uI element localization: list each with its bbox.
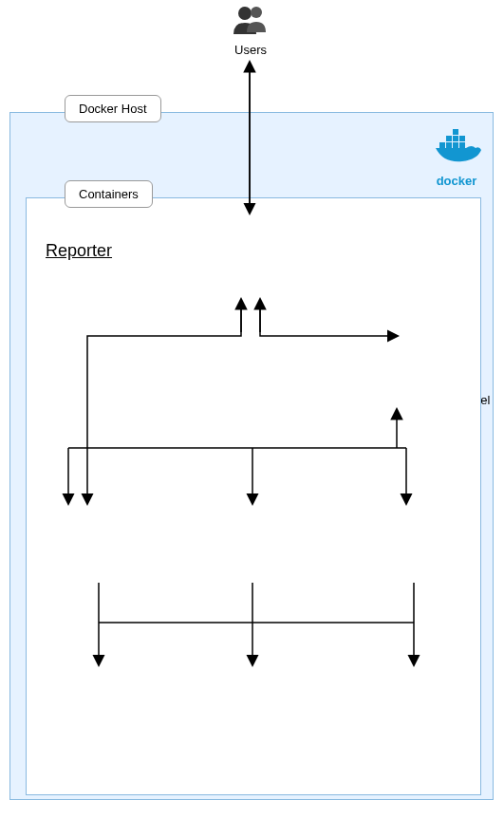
- svg-rect-4: [446, 136, 452, 141]
- svg-rect-3: [459, 142, 465, 148]
- svg-rect-2: [453, 142, 458, 148]
- svg-rect-6: [459, 136, 465, 141]
- docker-brand-text: docker: [430, 174, 483, 188]
- app-title: Reporter: [46, 241, 112, 261]
- users-label: Users: [228, 43, 273, 57]
- docker-logo: docker: [430, 129, 483, 188]
- svg-rect-5: [453, 136, 458, 141]
- svg-rect-0: [439, 142, 445, 148]
- svg-point-8: [238, 7, 252, 20]
- users-icon: [228, 25, 273, 39]
- svg-rect-7: [453, 129, 458, 135]
- docker-host-label: Docker Host: [65, 95, 161, 122]
- users-node: Users: [228, 6, 273, 57]
- containers-box: [26, 197, 481, 795]
- svg-rect-1: [446, 142, 452, 148]
- containers-label: Containers: [65, 180, 153, 208]
- svg-point-9: [251, 7, 262, 18]
